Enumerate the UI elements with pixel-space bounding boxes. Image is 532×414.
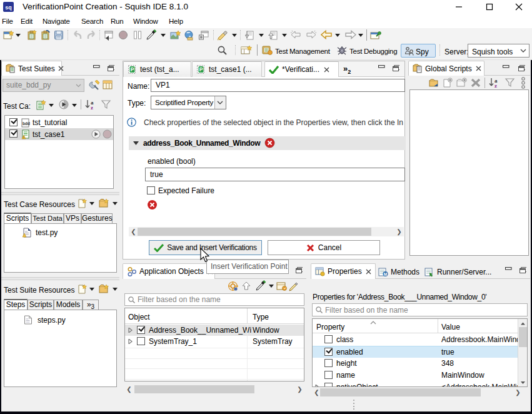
svg-text:P: P — [199, 66, 203, 73]
svg-text:!: ! — [23, 136, 24, 139]
svg-text:P: P — [131, 66, 134, 73]
svg-text:z: z — [91, 104, 93, 111]
svg-text:z: z — [494, 83, 497, 89]
svg-text:sq: sq — [5, 4, 12, 11]
svg-text:M: M — [384, 272, 387, 276]
svg-text:bdd: bdd — [23, 121, 30, 126]
